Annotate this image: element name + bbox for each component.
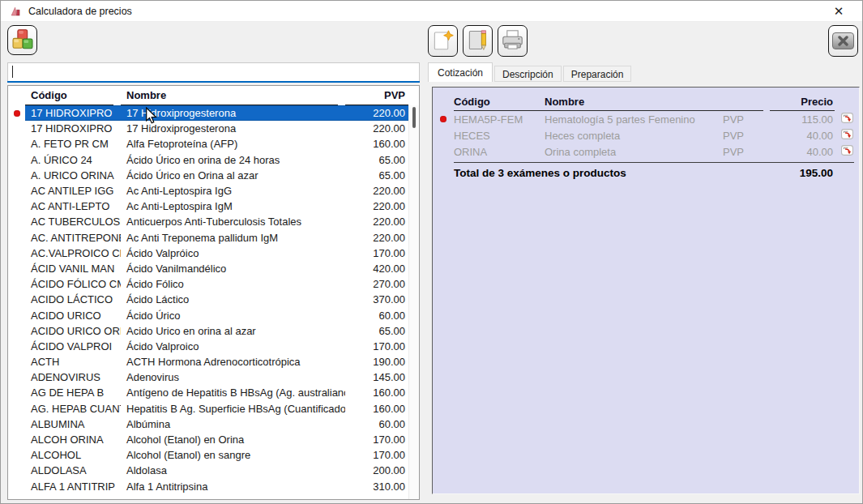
edit-quote-button[interactable] bbox=[463, 25, 493, 57]
item-name: Alcohol (Etanol) en sangre bbox=[121, 449, 345, 461]
scrollbar-thumb[interactable] bbox=[412, 107, 416, 128]
item-name: Acido Urico en orina al azar bbox=[121, 325, 345, 337]
remove-item-arrow-icon bbox=[841, 145, 853, 158]
item-code: ACIDO URICO ORI bbox=[25, 325, 121, 337]
quote-item[interactable]: HECESHeces completaPVP40.00 bbox=[433, 127, 859, 143]
column-header-nombre[interactable]: Nombre bbox=[121, 86, 338, 105]
new-quote-button[interactable] bbox=[428, 25, 458, 57]
remove-item-button[interactable] bbox=[835, 113, 859, 126]
list-item[interactable]: ACTHACTH Hormona Adrenocorticotrópica190… bbox=[8, 354, 408, 369]
quote-total-row: Total de 3 exámenes o productos 195.00 bbox=[433, 163, 859, 182]
total-value: 195.00 bbox=[770, 167, 835, 179]
new-document-icon bbox=[432, 29, 454, 53]
item-name: Ácido Valproico bbox=[121, 340, 345, 352]
column-header-codigo[interactable]: Código bbox=[25, 86, 113, 105]
search-input[interactable] bbox=[7, 62, 420, 81]
row-marker-cell bbox=[8, 292, 25, 307]
list-item[interactable]: AC ANTILEP IGGAc Anti-Leptospira IgG220.… bbox=[8, 183, 408, 199]
item-code: AG DE HEPA B bbox=[25, 387, 121, 399]
list-item[interactable]: AG. HEPAB CUANTHepatitis B Ag. Superfici… bbox=[8, 401, 408, 416]
list-item[interactable]: AC.VALPROICO CMÁcido Valpróico170.00 bbox=[8, 246, 408, 261]
item-name: Anticuerpos Anti-Tuberculosis Totales bbox=[121, 216, 345, 228]
list-item[interactable]: ÁCID VANIL MANÁcido Vanilmandélico420.00 bbox=[8, 261, 408, 276]
list-item[interactable]: ALBUMINAAlbúmina60.00 bbox=[8, 416, 408, 432]
text-caret bbox=[12, 66, 13, 78]
item-code: AC.VALPROICO CM bbox=[25, 247, 121, 259]
quote-column-codigo: Código bbox=[454, 93, 545, 111]
list-item[interactable]: ALDOLASAAldolasa200.00 bbox=[8, 463, 408, 478]
item-code: AC. ANTITREPONE bbox=[25, 232, 121, 244]
list-item[interactable]: A. URICO ORINAÁcido Úrico en Orina al az… bbox=[8, 168, 408, 183]
remove-item-button[interactable] bbox=[835, 145, 859, 158]
list-item[interactable]: 17 HIDROXIPRO17 Hidroxiprogesterona220.0… bbox=[8, 105, 408, 121]
products-list: Código Nombre PVP 17 HIDROXIPRO17 Hidrox… bbox=[7, 85, 420, 500]
item-code: AC ANTILEP IGG bbox=[25, 185, 121, 197]
row-marker-cell bbox=[8, 230, 25, 246]
products-rows: 17 HIDROXIPRO17 Hidroxiprogesterona220.0… bbox=[8, 105, 408, 499]
item-pvp: 220.00 bbox=[345, 232, 408, 244]
item-name: Ac Anti Treponema pallidum IgM bbox=[121, 232, 345, 244]
remove-item-button[interactable] bbox=[835, 129, 859, 142]
list-item[interactable]: ADENOVIRUSAdenovirus145.00 bbox=[8, 369, 408, 385]
item-name: Ácido Úrico en Orina al azar bbox=[121, 169, 345, 182]
item-code: ÁCID VANIL MAN bbox=[25, 263, 121, 275]
list-item[interactable]: ÁCIDO VALPROIÁcido Valproico170.00 bbox=[8, 339, 408, 354]
list-item[interactable]: ACIDO URICO ORIAcido Urico en orina al a… bbox=[8, 323, 408, 339]
row-marker-cell bbox=[8, 136, 25, 152]
vertical-scrollbar[interactable] bbox=[408, 105, 419, 499]
quote-item-price: 40.00 bbox=[770, 146, 835, 158]
list-item[interactable]: ALFA 1 ANTITRIPAlfa 1 Antitripsina310.00 bbox=[8, 479, 408, 494]
right-tabs: Cotización Descripción Preparación bbox=[428, 63, 633, 82]
list-item[interactable]: ACIDO LÁCTICOÁcido Láctico370.00 bbox=[8, 292, 408, 307]
quote-column-precio: Precio bbox=[770, 93, 835, 111]
list-item[interactable]: ALCOHOLAlcohol (Etanol) en sangre170.00 bbox=[8, 447, 408, 463]
item-name: Ac Anti-Leptospira IgM bbox=[121, 200, 345, 212]
row-marker-cell bbox=[8, 339, 25, 354]
list-item[interactable]: AC. ANTITREPONEAc Anti Treponema pallidu… bbox=[8, 230, 408, 246]
list-item[interactable]: ÁCIDO FÓLICO CMÁcido Fólico270.00 bbox=[8, 276, 408, 292]
item-name: Ácido Valpróico bbox=[121, 247, 345, 259]
item-code: ALCOHOL bbox=[25, 449, 121, 461]
quote-item-price-type: PVP bbox=[723, 113, 770, 126]
quote-item[interactable]: ORINAOrina completaPVP40.00 bbox=[433, 143, 859, 160]
item-name: Ácido Úrico en orina de 24 horas bbox=[121, 154, 345, 166]
quote-item-code: HEMA5P-FEM bbox=[454, 113, 545, 126]
list-item[interactable]: AC TUBERCULOSISAnticuerpos Anti-Tubercul… bbox=[8, 214, 408, 229]
list-item[interactable]: ACIDO URICOÁcido Úrico60.00 bbox=[8, 307, 408, 322]
list-item[interactable]: ALCOH ORINAAlcohol (Etanol) en Orina170.… bbox=[8, 432, 408, 447]
item-name: Ácido Vanilmandélico bbox=[121, 263, 345, 275]
products-button[interactable] bbox=[7, 25, 37, 55]
list-item[interactable]: 17 HIDROXIPRO17 Hidroxiprogesterona220.0… bbox=[8, 121, 408, 136]
quote-marker-cell bbox=[433, 116, 454, 122]
row-marker-cell bbox=[8, 416, 25, 432]
quote-item-name: Hematología 5 partes Femenino bbox=[545, 113, 723, 126]
titlebar: Calculadora de precios ✕ bbox=[1, 1, 862, 22]
item-name: Ac Anti-Leptospira IgG bbox=[121, 185, 345, 197]
item-code: ACIDO URICO bbox=[25, 310, 121, 322]
list-item[interactable]: AC ANTI-LEPTOAc Anti-Leptospira IgM220.0… bbox=[8, 199, 408, 214]
close-window-icon[interactable]: ✕ bbox=[827, 1, 851, 22]
item-code: ÁCIDO FÓLICO CM bbox=[25, 278, 121, 290]
row-marker-cell bbox=[8, 183, 25, 199]
column-header-pvp[interactable]: PVP bbox=[345, 86, 408, 105]
list-item[interactable]: AG DE HEPA BAntígeno de Hepatitis B HBsA… bbox=[8, 385, 408, 400]
item-name: Alcohol (Etanol) en Orina bbox=[121, 434, 345, 446]
list-item[interactable]: A. ÚRICO 24Ácido Úrico en orina de 24 ho… bbox=[8, 152, 408, 168]
tab-cotizacion[interactable]: Cotización bbox=[428, 62, 493, 82]
row-marker-cell bbox=[8, 168, 25, 183]
exit-button[interactable] bbox=[828, 25, 858, 57]
quote-item[interactable]: HEMA5P-FEMHematología 5 partes FemeninoP… bbox=[433, 111, 859, 127]
remove-item-arrow-icon bbox=[841, 113, 853, 126]
print-button[interactable] bbox=[498, 25, 528, 57]
item-pvp: 420.00 bbox=[345, 263, 408, 275]
products-list-header: Código Nombre PVP bbox=[8, 86, 419, 105]
item-name: Alfa Fetoproteína (AFP) bbox=[121, 138, 345, 150]
row-marker-cell bbox=[8, 246, 25, 261]
list-item[interactable]: A. FETO PR CMAlfa Fetoproteína (AFP)160.… bbox=[8, 136, 408, 152]
tab-preparacion[interactable]: Preparación bbox=[563, 66, 632, 82]
quote-item-code: HECES bbox=[454, 130, 545, 142]
item-pvp: 220.00 bbox=[345, 216, 408, 228]
tab-descripcion[interactable]: Descripción bbox=[494, 66, 562, 82]
item-pvp: 145.00 bbox=[345, 371, 408, 383]
edit-document-icon bbox=[467, 29, 489, 53]
